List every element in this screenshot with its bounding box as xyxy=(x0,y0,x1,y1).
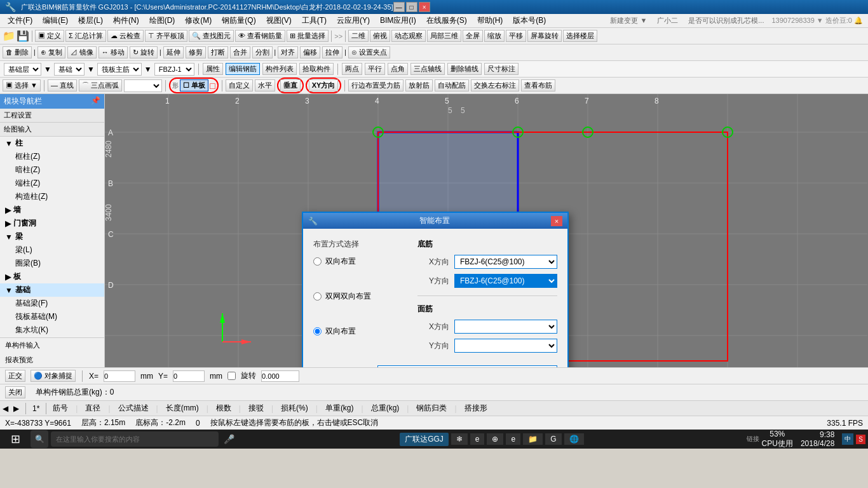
lang-indicator[interactable]: 中 xyxy=(842,433,853,445)
dynamic-view-btn[interactable]: 动态观察 xyxy=(391,30,426,42)
screen-rotate-btn[interactable]: 屏幕旋转 xyxy=(527,30,562,42)
radio-double-net-input[interactable] xyxy=(313,292,322,301)
menu-tools[interactable]: 工具(T) xyxy=(297,14,332,27)
foundation-select[interactable]: 基础 xyxy=(54,63,85,76)
mic-btn[interactable]: 🎤 xyxy=(221,434,237,444)
delete-btn[interactable]: 🗑 删除 xyxy=(3,46,32,58)
radio-double-net[interactable]: 双网双向布置 xyxy=(313,291,402,302)
taskbar-ie[interactable]: e xyxy=(470,433,485,445)
tree-wall[interactable]: ▶墙 xyxy=(0,203,104,217)
point-angle-btn[interactable]: 点角 xyxy=(388,63,408,75)
search-icon-btn[interactable]: 🔍 xyxy=(31,430,48,448)
component-list-tab[interactable]: 构件列表 xyxy=(262,63,297,75)
panel-pin-btn[interactable]: 📌 xyxy=(91,96,100,107)
radio-bidirectional-2[interactable]: 双向布置 xyxy=(313,326,402,337)
extend-btn[interactable]: 延伸 xyxy=(163,46,184,58)
shape-dropdown[interactable] xyxy=(124,79,162,92)
copy-btn[interactable]: ⊕ 复制 xyxy=(37,46,65,58)
tree-column[interactable]: ▼ 柱 xyxy=(0,137,104,150)
rotate-btn[interactable]: ↻ 旋转 xyxy=(130,46,158,58)
split-btn[interactable]: 分割 xyxy=(252,46,273,58)
find-elem-btn[interactable]: 🔍 查找图元 xyxy=(189,30,234,42)
three-point-axis-btn[interactable]: 三点轴线 xyxy=(410,63,445,75)
edit-rebar-tab[interactable]: 编辑钢筋 xyxy=(226,63,260,75)
axis-net-select[interactable]: 轴网-1 xyxy=(377,365,557,367)
parallel-btn[interactable]: 平行 xyxy=(365,63,385,75)
view-rebar-btn[interactable]: 👁 查看钢筋量 xyxy=(235,30,285,42)
stretch-btn[interactable]: 拉伸 xyxy=(322,46,342,58)
component-select[interactable]: FBZJ-1 xyxy=(154,63,194,76)
maximize-btn[interactable]: □ xyxy=(406,2,417,12)
check-layout-btn[interactable]: 查看布筋 xyxy=(521,79,555,92)
tree-sump[interactable]: 集水坑(K) xyxy=(0,323,104,337)
select-tool[interactable]: ▣ 选择 ▼ xyxy=(3,79,41,92)
custom-btn[interactable]: 自定义 xyxy=(226,79,253,92)
menu-version[interactable]: 版本号(B) xyxy=(508,14,551,27)
single-slab-btn[interactable]: ☐ 单板 xyxy=(180,79,208,92)
property-tab[interactable]: 属性 xyxy=(203,63,223,75)
radio-bidirectional[interactable]: 双向布置 xyxy=(313,256,402,267)
bottom-x-select[interactable]: FBZJ-6(C25@100) xyxy=(454,255,557,269)
coord-x-input[interactable] xyxy=(104,370,135,382)
nav-prev-btn[interactable]: ◀ xyxy=(3,404,8,413)
tree-construct-col[interactable]: 构造柱(Z) xyxy=(0,190,104,203)
tree-end-col[interactable]: 端柱(Z) xyxy=(0,177,104,190)
dim-label-btn[interactable]: 尺寸标注 xyxy=(484,63,519,75)
rotate-checkbox[interactable] xyxy=(227,372,236,380)
two-point-btn[interactable]: 两点 xyxy=(342,63,362,75)
menu-rebar-qty[interactable]: 钢筋量(Q) xyxy=(217,14,261,27)
edge-layout-btn[interactable]: 行边布置受力筋 xyxy=(348,79,403,92)
taskbar-browser[interactable]: 🌐 xyxy=(564,433,584,445)
single-component-input[interactable]: 单构件输入 xyxy=(0,338,104,353)
zoom-btn[interactable]: 缩放 xyxy=(484,30,505,42)
mirror-btn[interactable]: ⊿ 镜像 xyxy=(67,46,97,58)
top-y-select[interactable] xyxy=(454,339,557,353)
menu-edit[interactable]: 编辑(E) xyxy=(37,14,73,27)
tree-window-door[interactable]: ▶门窗洞 xyxy=(0,217,104,230)
pan-btn[interactable]: 平移 xyxy=(506,30,526,42)
smart-layout-dialog[interactable]: 🔧 智能布置 × 布置方式选择 双向布置 xyxy=(302,212,569,367)
tree-foundation[interactable]: ▼基础 xyxy=(0,283,104,297)
menu-view[interactable]: 视图(V) xyxy=(261,14,297,27)
top-view-btn[interactable]: 俯视 xyxy=(370,30,390,42)
menu-layer[interactable]: 楼层(L) xyxy=(73,14,108,27)
close-btn[interactable]: × xyxy=(419,2,430,12)
menu-help[interactable]: 帮助(H) xyxy=(472,14,508,27)
tree-beam-l[interactable]: 梁(L) xyxy=(0,243,104,257)
set-grip-btn[interactable]: ⊙ 设置夹点 xyxy=(348,46,390,58)
taskbar-glodon[interactable]: G xyxy=(545,433,561,445)
close-info-btn[interactable]: 关闭 xyxy=(5,386,25,398)
batch-select-btn[interactable]: ⊞ 批量选择 xyxy=(287,30,329,42)
tree-hidden-col[interactable]: 暗柱(Z) xyxy=(0,163,104,177)
taskbar-folder[interactable]: 📁 xyxy=(523,433,543,445)
align-btn[interactable]: 对齐 xyxy=(278,46,298,58)
slab-main-select[interactable]: 筏板主筋 xyxy=(97,63,142,76)
taskbar-fans[interactable]: ❄ xyxy=(451,433,468,445)
rotate-input[interactable] xyxy=(261,370,299,382)
select-floor-btn[interactable]: 选择楼层 xyxy=(563,30,597,42)
base-layer-select[interactable]: 基础层 xyxy=(4,63,41,76)
start-btn[interactable]: ⊞ xyxy=(3,430,28,448)
del-aux-line-btn[interactable]: 删除辅线 xyxy=(447,63,482,75)
radio-bidirectional-input[interactable] xyxy=(313,257,322,266)
vertical-btn[interactable]: 垂直 xyxy=(280,79,301,92)
taskbar-edge[interactable]: ⊕ xyxy=(487,433,503,445)
bottom-y-select[interactable]: FBZJ-6(C25@100) xyxy=(454,274,557,288)
offset-btn[interactable]: 偏移 xyxy=(300,46,320,58)
calc-btn[interactable]: Σ 汇总计算 xyxy=(65,30,106,42)
minimize-btn[interactable]: — xyxy=(393,2,405,12)
dialog-close-btn[interactable]: × xyxy=(551,216,562,226)
break-btn[interactable]: 打断 xyxy=(208,46,228,58)
radio-bidirectional-2-input[interactable] xyxy=(313,327,322,336)
menu-modify[interactable]: 修改(M) xyxy=(180,14,217,27)
section-draw-input[interactable]: 绘图输入 xyxy=(0,123,104,137)
ortho-btn[interactable]: 正交 xyxy=(5,370,25,382)
cad-canvas[interactable]: 1 2 3 4 5 6 7 8 A B C D 3400 2480 xyxy=(105,94,868,367)
merge-btn[interactable]: 合并 xyxy=(230,46,250,58)
tree-found-beam[interactable]: 基础梁(F) xyxy=(0,297,104,310)
cloud-check-btn[interactable]: ☁ 云检查 xyxy=(107,30,144,42)
radial-btn[interactable]: 放射筋 xyxy=(405,79,433,92)
menu-bim[interactable]: BIM应用(I) xyxy=(375,14,421,27)
define-btn[interactable]: ▣ 定义 xyxy=(35,30,64,42)
menu-component[interactable]: 构件(N) xyxy=(108,14,144,27)
